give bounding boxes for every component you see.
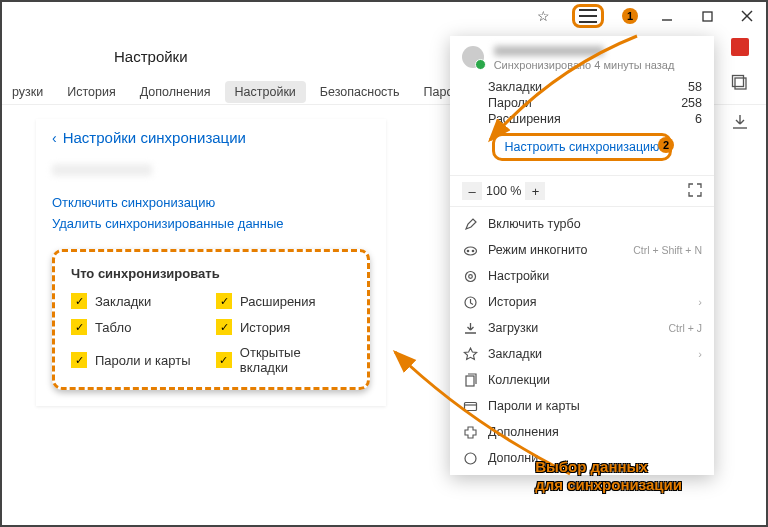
chk-label: Открытые вкладки	[240, 345, 351, 375]
stat-label: Расширения	[488, 112, 561, 126]
menu-label: История	[488, 295, 536, 309]
more-icon	[462, 450, 478, 466]
checkbox-icon: ✓	[216, 352, 232, 368]
menu-label: Пароли и карты	[488, 399, 580, 413]
stat-value: 58	[688, 80, 702, 94]
svg-point-7	[464, 247, 476, 255]
download-icon	[462, 320, 478, 336]
stat-value: 258	[681, 96, 702, 110]
svg-rect-13	[466, 376, 474, 386]
settings-card: ‹ Настройки синхронизации Отключить синх…	[36, 119, 386, 406]
svg-point-10	[465, 271, 475, 281]
svg-rect-5	[733, 76, 744, 87]
annotation-line2: для синхронизации	[535, 476, 682, 495]
zoom-row: – 100 % +	[450, 176, 714, 207]
tab-settings[interactable]: Настройки	[225, 81, 306, 103]
menu-addons[interactable]: Дополнения	[450, 419, 714, 445]
chk-bookmarks[interactable]: ✓Закладки	[71, 293, 206, 309]
stat-label: Пароли	[488, 96, 532, 110]
menu-label: Включить турбо	[488, 217, 581, 231]
svg-point-16	[465, 453, 476, 464]
menu-label: Режим инкогнито	[488, 243, 587, 257]
svg-rect-4	[735, 78, 746, 89]
svg-point-9	[471, 249, 474, 252]
window-bar: ☆ 1	[2, 2, 766, 30]
chk-label: Расширения	[240, 294, 316, 309]
right-toolbar	[720, 38, 760, 134]
avatar-icon[interactable]	[462, 46, 484, 68]
menu-label: Дополни	[488, 451, 538, 465]
chk-history[interactable]: ✓История	[216, 319, 351, 335]
bookmark-icon[interactable]: ☆	[532, 5, 554, 27]
chk-label: Пароли и карты	[95, 353, 191, 368]
annotation-line1: Выбор данных	[535, 458, 682, 477]
fullscreen-icon[interactable]	[688, 183, 702, 200]
menu-downloads[interactable]: Загрузки Ctrl + J	[450, 315, 714, 341]
menu-collections[interactable]: Коллекции	[450, 367, 714, 393]
zoom-in-button[interactable]: +	[525, 182, 545, 200]
menu-turbo[interactable]: Включить турбо	[450, 211, 714, 237]
configure-sync-link[interactable]: Настроить синхронизацию	[492, 133, 673, 161]
sync-grid: ✓Закладки ✓Расширения ✓Табло ✓История ✓П…	[71, 293, 351, 375]
copies-icon[interactable]	[731, 74, 749, 95]
section-title-text: Настройки синхронизации	[63, 129, 246, 146]
maximize-button[interactable]	[696, 5, 718, 27]
clock-icon	[462, 294, 478, 310]
chk-passwords[interactable]: ✓Пароли и карты	[71, 345, 206, 375]
menu-bookmarks[interactable]: Закладки ›	[450, 341, 714, 367]
menu-button[interactable]	[579, 9, 597, 23]
svg-point-8	[466, 249, 469, 252]
sync-stats: Закладки58 Пароли258 Расширения6	[488, 79, 702, 127]
checkbox-icon: ✓	[216, 319, 232, 335]
minimize-button[interactable]	[656, 5, 678, 27]
callout-2: 2	[658, 137, 674, 153]
menu-label: Настройки	[488, 269, 549, 283]
main-menu-panel: Синхронизировано 4 минуты назад Закладки…	[450, 36, 714, 475]
menu-list: Включить турбо Режим инкогнито Ctrl + Sh…	[450, 207, 714, 475]
sync-status-block: Синхронизировано 4 минуты назад Закладки…	[450, 36, 714, 176]
download-icon[interactable]	[731, 113, 749, 134]
svg-rect-14	[464, 402, 476, 410]
stat-value: 6	[695, 112, 702, 126]
close-button[interactable]	[736, 5, 758, 27]
delete-sync-link[interactable]: Удалить синхронизированные данные	[52, 216, 370, 231]
menu-incognito[interactable]: Режим инкогнито Ctrl + Shift + N	[450, 237, 714, 263]
disable-sync-link[interactable]: Отключить синхронизацию	[52, 195, 370, 210]
chk-label: Закладки	[95, 294, 151, 309]
sync-options-box: Что синхронизировать ✓Закладки ✓Расширен…	[52, 249, 370, 390]
gear-icon	[462, 268, 478, 284]
menu-label: Закладки	[488, 347, 542, 361]
menu-label: Дополнения	[488, 425, 559, 439]
callout-1: 1	[622, 8, 638, 24]
account-name	[52, 164, 152, 176]
rocket-icon	[462, 216, 478, 232]
card-icon	[462, 398, 478, 414]
back-chevron-icon: ‹	[52, 130, 57, 146]
menu-passwords[interactable]: Пароли и карты	[450, 393, 714, 419]
zoom-out-button[interactable]: –	[462, 182, 482, 200]
sync-heading: Что синхронизировать	[71, 266, 351, 281]
menu-label: Коллекции	[488, 373, 550, 387]
account-name-blur	[494, 46, 604, 56]
mask-icon	[462, 242, 478, 258]
checkbox-icon: ✓	[71, 352, 87, 368]
zoom-value: 100 %	[486, 184, 521, 198]
tab-security[interactable]: Безопасность	[310, 81, 410, 103]
chk-tableau[interactable]: ✓Табло	[71, 319, 206, 335]
menu-settings[interactable]: Настройки	[450, 263, 714, 289]
puzzle-icon	[462, 424, 478, 440]
menu-hint: Ctrl + J	[668, 322, 702, 334]
tab-history[interactable]: История	[57, 81, 125, 103]
menu-label: Загрузки	[488, 321, 538, 335]
extension-icon[interactable]	[731, 38, 749, 56]
chk-extensions[interactable]: ✓Расширения	[216, 293, 351, 309]
star-icon	[462, 346, 478, 362]
section-title[interactable]: ‹ Настройки синхронизации	[52, 129, 370, 146]
stat-label: Закладки	[488, 80, 542, 94]
tab-addons[interactable]: Дополнения	[130, 81, 221, 103]
tab-downloads[interactable]: рузки	[2, 81, 53, 103]
menu-history[interactable]: История ›	[450, 289, 714, 315]
checkbox-icon: ✓	[71, 319, 87, 335]
chk-label: Табло	[95, 320, 131, 335]
chk-opentabs[interactable]: ✓Открытые вкладки	[216, 345, 351, 375]
